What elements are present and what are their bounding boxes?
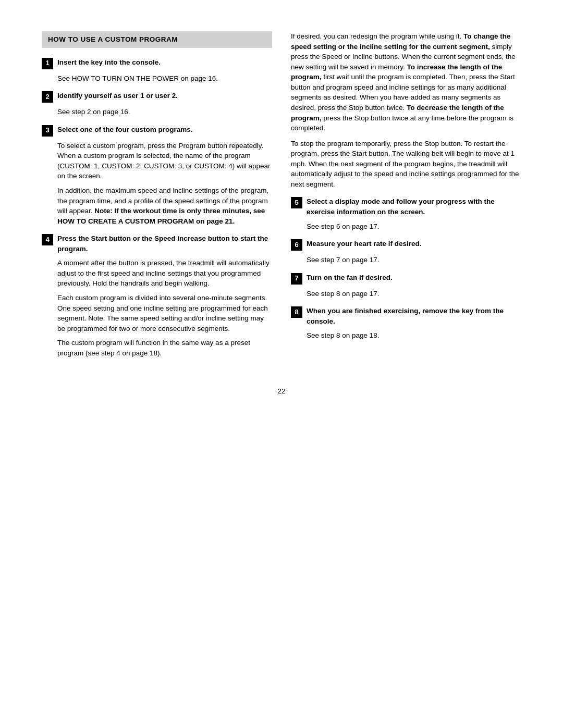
step-4-text-1: A moment after the button is pressed, th… xyxy=(57,258,272,289)
step-2-body: See step 2 on page 16. xyxy=(57,107,272,117)
step-7-title: Turn on the fan if desired. xyxy=(307,273,393,283)
step-2-text: See step 2 on page 16. xyxy=(57,107,272,117)
step-1-title: Insert the key into the console. xyxy=(57,57,161,68)
step-2-number: 2 xyxy=(42,91,53,103)
step-3-body: To select a custom program, press the Pr… xyxy=(57,141,272,227)
step-4-number: 4 xyxy=(42,234,53,245)
step-6-header: 6 Measure your heart rate if desired. xyxy=(291,239,521,251)
section-title: HOW TO USE A CUSTOM PROGRAM xyxy=(48,35,178,43)
two-column-layout: HOW TO USE A CUSTOM PROGRAM 1 Insert the… xyxy=(42,31,521,365)
step-4-title: Press the Start button or the Speed incr… xyxy=(57,233,272,254)
step-2-title: Identify yourself as user 1 or user 2. xyxy=(57,91,178,101)
step-5-header: 5 Select a display mode and follow your … xyxy=(291,196,521,217)
step-7-body: See step 8 on page 17. xyxy=(307,289,521,299)
step-6-title: Measure your heart rate if desired. xyxy=(307,239,422,249)
step-3-title: Select one of the four custom programs. xyxy=(57,125,193,135)
step-1-text: See HOW TO TURN ON THE POWER on page 16. xyxy=(57,73,272,84)
right-intro-p2: To stop the program temporarily, press t… xyxy=(291,139,521,190)
step-3-header: 3 Select one of the four custom programs… xyxy=(42,125,272,137)
right-col-intro: If desired, you can redesign the program… xyxy=(291,31,521,189)
step-4-body: A moment after the button is pressed, th… xyxy=(57,258,272,358)
step-1-header: 1 Insert the key into the console. xyxy=(42,57,272,69)
right-intro-bold-3: To decrease the length of the program, xyxy=(291,104,504,122)
step-5-title: Select a display mode and follow your pr… xyxy=(307,196,521,217)
step-2-header: 2 Identify yourself as user 1 or user 2. xyxy=(42,91,272,103)
step-7-number: 7 xyxy=(291,273,302,285)
step-3-bold-note: Note: If the workout time is only three … xyxy=(57,207,265,225)
step-7-text: See step 8 on page 17. xyxy=(307,289,521,299)
step-8-text: See step 8 on page 18. xyxy=(307,330,521,341)
step-4-text-3: The custom program will function in the … xyxy=(57,338,272,358)
step-3-number: 3 xyxy=(42,125,53,137)
right-intro-bold-1: To change the speed setting or the in­cl… xyxy=(291,32,510,51)
left-column: HOW TO USE A CUSTOM PROGRAM 1 Insert the… xyxy=(42,31,272,365)
step-5-body: See step 6 on page 17. xyxy=(307,221,521,232)
step-8-body: See step 8 on page 18. xyxy=(307,330,521,341)
right-column: If desired, you can redesign the program… xyxy=(291,31,521,365)
step-6-number: 6 xyxy=(291,239,302,251)
section-header: HOW TO USE A CUSTOM PROGRAM xyxy=(42,31,272,48)
step-8-title: When you are finished exercising, remove… xyxy=(307,306,521,326)
step-1-body: See HOW TO TURN ON THE POWER on page 16. xyxy=(57,73,272,84)
step-8-header: 8 When you are finished exercising, remo… xyxy=(291,306,521,326)
step-6-body: See step 7 on page 17. xyxy=(307,255,521,265)
step-3-text-2: In addition, the maximum speed and incli… xyxy=(57,186,272,226)
step-3-text-1: To select a custom program, press the Pr… xyxy=(57,141,272,181)
step-5-text: See step 6 on page 17. xyxy=(307,221,521,232)
step-6-text: See step 7 on page 17. xyxy=(307,255,521,265)
right-intro-p1: If desired, you can redesign the program… xyxy=(291,31,521,133)
step-4-text-2: Each custom program is divided into seve… xyxy=(57,293,272,334)
page-number: 22 xyxy=(42,386,521,397)
step-8-number: 8 xyxy=(291,306,302,318)
step-7-header: 7 Turn on the fan if desired. xyxy=(291,273,521,285)
page: HOW TO USE A CUSTOM PROGRAM 1 Insert the… xyxy=(0,0,563,728)
step-4-header: 4 Press the Start button or the Speed in… xyxy=(42,233,272,254)
step-5-number: 5 xyxy=(291,197,302,208)
step-1-number: 1 xyxy=(42,58,53,69)
right-intro-bold-2: To increase the length of the program, xyxy=(291,63,502,81)
